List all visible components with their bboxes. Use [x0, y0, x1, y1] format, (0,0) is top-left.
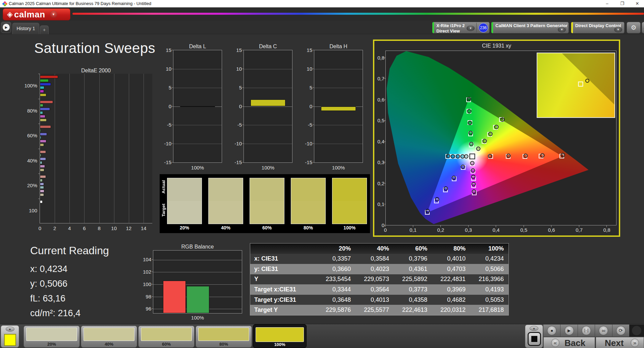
tick [413, 225, 413, 227]
cell-value: 225,5892 [394, 276, 432, 283]
cie-measured-point [488, 154, 492, 158]
refresh-button[interactable]: ⟳ [616, 326, 626, 335]
cell-value: 0,5053 [470, 296, 508, 303]
bar [40, 200, 43, 203]
expand-up-button[interactable]: ▲ [530, 326, 538, 331]
y-tick-label: 100 [140, 281, 151, 287]
bar [40, 165, 45, 168]
y-tick-label: 96 [140, 306, 151, 311]
tick [551, 225, 551, 227]
reading-cdm2: cd/m²: 216,4 [30, 308, 80, 319]
settings-button[interactable]: ⚙ [627, 22, 641, 33]
tick [242, 69, 244, 69]
swatch-label: 80% [291, 225, 326, 230]
collapse-panel-button[interactable]: ◀ [642, 22, 644, 33]
red-bar [163, 281, 186, 313]
divider [476, 23, 477, 32]
display-control-dropdown[interactable]: Direct Display Control ▼ [571, 22, 625, 33]
cie-measured-point [494, 125, 498, 129]
cie-measured-point [468, 121, 472, 125]
row-label: Target y:CIE31 [250, 296, 317, 303]
continuous-cell: ∞ [595, 325, 612, 337]
pattern-button-20%[interactable]: 20% [23, 326, 80, 348]
disabled-control-slot [629, 325, 644, 337]
cell-value: 222,4613 [394, 306, 432, 314]
cie-measured-point [464, 154, 469, 159]
bar [40, 157, 46, 160]
gridline [314, 88, 363, 88]
cell-value: 0,4361 [394, 266, 432, 273]
minimize-button[interactable]: – [600, 0, 614, 7]
gear-icon: ⚙ [631, 24, 636, 31]
calman-menu-button[interactable]: ◈ calman ▼ [3, 8, 70, 20]
pattern-status-bar [491, 22, 493, 33]
cie-measured-point [506, 154, 511, 158]
cell-value: 217,6818 [470, 306, 508, 314]
pattern-button-40%[interactable]: 40% [81, 326, 137, 348]
cie-measured-point [471, 168, 475, 172]
cie-measured-point [455, 154, 460, 159]
tick [313, 87, 314, 88]
y-tick-label: 0 [161, 103, 171, 109]
next-button[interactable]: Next » [596, 337, 644, 348]
bar [40, 119, 47, 122]
gridline [144, 74, 144, 223]
pattern-button-100%[interactable]: 100% [253, 324, 307, 348]
y-tick-label: 0 [232, 103, 242, 109]
cie-measured-point [472, 182, 476, 186]
next-label: Next [605, 338, 624, 348]
bar [40, 133, 47, 136]
rgb-balance-xlabel: 100% [153, 315, 242, 321]
app-icon [2, 1, 7, 6]
bar [40, 193, 44, 196]
continuous-measure-button[interactable]: ∞ [599, 326, 608, 335]
meter-dropdown[interactable]: X-Rite i1Pro 2 Direct View ▼ 236 [432, 22, 490, 33]
cell-value: 216,3966 [470, 276, 508, 283]
layout-nav-button[interactable]: ▶ [1, 22, 11, 33]
stop-button[interactable]: ■ [547, 326, 556, 335]
measure-once-button[interactable]: [··] [582, 326, 591, 335]
delta-chart: 151050-5-10-15 [244, 50, 292, 163]
y-tick-label: 10 [161, 66, 171, 72]
tick [524, 225, 524, 227]
meter-count-badge[interactable]: 236 [479, 23, 488, 32]
current-pattern-swatch[interactable] [4, 334, 16, 346]
stop-measure-button[interactable] [528, 332, 541, 346]
gridline [314, 125, 363, 125]
x-tick-label: 4 [64, 225, 74, 231]
add-tab-button[interactable]: + [40, 25, 49, 34]
gridline [244, 125, 292, 125]
gridline [129, 74, 129, 223]
cie-title: CIE 1931 xy [374, 43, 619, 49]
cie-chart [385, 51, 616, 225]
tick [242, 143, 244, 144]
expand-up-button[interactable]: ▲ [6, 327, 14, 332]
y-tick-label: 0,3 [371, 159, 384, 165]
chevron-down-icon: ▼ [614, 27, 622, 32]
cell-value: 0,4013 [356, 296, 394, 303]
restore-button[interactable]: ❐ [615, 0, 629, 7]
pattern-generator-dropdown[interactable]: CalMAN Client 3 Pattern Generator ▼ [491, 22, 569, 33]
cell-value: 0,4193 [470, 286, 508, 293]
inset-target-square [578, 81, 583, 86]
x-tick-label: 0,3 [462, 227, 475, 233]
pattern-color [256, 327, 304, 342]
bar [40, 115, 45, 118]
bar [40, 75, 58, 78]
rgb-balance-title: RGB Balance [153, 244, 242, 250]
group-tick [38, 149, 40, 149]
pattern-button-60%[interactable]: 60% [138, 326, 195, 348]
tab-history-1[interactable]: History 1 [12, 23, 39, 34]
back-button[interactable]: « Back [543, 337, 595, 348]
close-button[interactable]: ✕ [631, 0, 644, 7]
row-label: Target Y [250, 306, 317, 314]
x-tick-label: 14 [139, 225, 149, 231]
tick [152, 296, 153, 297]
cie-measured-point [444, 187, 448, 191]
cell-value: 0,3796 [394, 255, 432, 262]
refresh-cell: ⟳ [612, 325, 629, 337]
pattern-button-80%[interactable]: 80% [196, 326, 252, 348]
group-tick [38, 99, 40, 99]
reading-fl: fL: 63,16 [30, 293, 65, 304]
play-button[interactable]: ▶ [565, 326, 574, 335]
